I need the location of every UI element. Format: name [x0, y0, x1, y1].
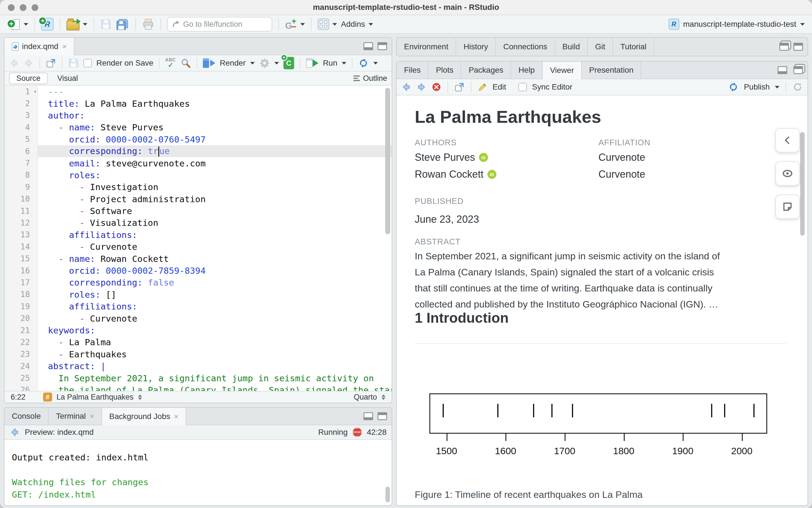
open-dropdown-icon[interactable]	[83, 23, 87, 26]
maximize-pane-icon[interactable]	[794, 43, 803, 51]
run-icon[interactable]	[306, 58, 318, 68]
popout-icon[interactable]	[454, 82, 465, 92]
rerun-dropdown-icon[interactable]	[373, 62, 378, 65]
zoom-window-button[interactable]	[32, 4, 38, 11]
close-icon[interactable]: ×	[62, 42, 67, 51]
line-number[interactable]: 12	[4, 217, 38, 229]
editor-scrollbar[interactable]	[385, 88, 390, 234]
close-window-button[interactable]	[8, 4, 15, 11]
viewer-scrollbar[interactable]	[800, 132, 805, 236]
tab-packages[interactable]: Packages	[461, 62, 511, 79]
publish-label[interactable]: Publish	[744, 83, 770, 91]
render-icon[interactable]	[203, 58, 215, 68]
minimize-pane-icon[interactable]	[778, 66, 787, 74]
clear-viewer-icon[interactable]	[432, 82, 441, 92]
line-number[interactable]: 17	[4, 277, 38, 288]
save-button[interactable]	[100, 18, 112, 30]
tab-visual[interactable]: Visual	[50, 73, 85, 84]
git-dropdown-icon[interactable]	[300, 23, 305, 26]
tab-viewer[interactable]: Viewer	[543, 62, 582, 79]
refresh-icon[interactable]	[792, 82, 803, 92]
maximize-pane-icon[interactable]	[377, 412, 387, 420]
line-number[interactable]: 2	[4, 97, 38, 109]
line-number[interactable]: 13	[4, 229, 38, 241]
line-number[interactable]: 16	[4, 265, 38, 277]
forward-icon[interactable]	[416, 82, 427, 92]
spellcheck-icon[interactable]: ABC✓	[165, 58, 176, 69]
back-icon[interactable]	[401, 82, 411, 92]
tab-terminal[interactable]: Terminal×	[49, 408, 102, 425]
goto-file-input[interactable]	[183, 20, 265, 29]
panes-dropdown-icon[interactable]	[332, 23, 337, 26]
publish-icon[interactable]	[728, 82, 739, 92]
maximize-pane-icon[interactable]	[377, 42, 387, 50]
line-number[interactable]: 1▾	[4, 86, 38, 97]
run-label[interactable]: Run	[323, 58, 337, 68]
tab-console[interactable]: Console	[4, 408, 49, 425]
new-file-button[interactable]: +	[7, 17, 28, 31]
line-number[interactable]: 23	[4, 348, 38, 360]
new-file-dropdown-icon[interactable]	[24, 23, 28, 26]
section-updown-icon[interactable]	[138, 394, 142, 400]
print-button[interactable]	[142, 18, 154, 31]
project-selector[interactable]: R manuscript-template-rstudio-test	[668, 18, 805, 30]
line-number[interactable]: 18	[4, 289, 38, 300]
tab-git[interactable]: Git	[588, 38, 613, 56]
sync-editor-checkbox[interactable]	[518, 83, 527, 91]
line-number[interactable]: 10	[4, 193, 38, 205]
line-number[interactable]: 7	[4, 157, 38, 169]
line-number[interactable]: 14	[4, 241, 38, 253]
tab-environment[interactable]: Environment	[397, 38, 456, 56]
tab-presentation[interactable]: Presentation	[582, 62, 641, 79]
close-icon[interactable]: ×	[174, 412, 178, 421]
orcid-icon[interactable]: iD	[487, 170, 496, 179]
minimize-pane-icon[interactable]	[363, 412, 373, 420]
line-number[interactable]: 8	[4, 169, 38, 181]
popout-icon[interactable]	[46, 58, 56, 69]
tab-source[interactable]: Source	[9, 73, 48, 84]
line-number[interactable]: 9	[4, 181, 38, 193]
search-icon[interactable]	[180, 58, 191, 69]
render-label[interactable]: Render	[220, 58, 246, 68]
render-dropdown-icon[interactable]	[250, 62, 255, 65]
filetype-updown-icon[interactable]	[381, 394, 385, 400]
run-dropdown-icon[interactable]	[342, 62, 346, 65]
code-editor[interactable]: 1▾---2title: La Palma Earthquakes3author…	[4, 86, 392, 392]
version-control-button[interactable]: G+−	[285, 17, 305, 31]
close-icon[interactable]: ×	[90, 412, 94, 421]
outline-button[interactable]: Outline	[353, 74, 387, 83]
tab-build[interactable]: Build	[555, 38, 588, 56]
line-number[interactable]: 3	[4, 110, 38, 121]
tab-index-qmd[interactable]: index.qmd×	[4, 38, 74, 55]
forward-icon[interactable]	[24, 58, 34, 68]
section-selector[interactable]: La Palma Earthquakes	[56, 393, 133, 401]
rerun-icon[interactable]	[358, 58, 369, 69]
line-number[interactable]: 19	[4, 300, 38, 312]
line-number[interactable]: 24	[4, 360, 38, 372]
open-file-button[interactable]	[67, 18, 87, 31]
edit-pencil-icon[interactable]	[478, 82, 487, 92]
orcid-icon[interactable]: iD	[479, 153, 488, 162]
restore-pane-icon[interactable]	[779, 43, 789, 51]
tab-history[interactable]: History	[456, 38, 496, 56]
tab-background-jobs[interactable]: Background Jobs×	[102, 408, 187, 425]
annotation-button[interactable]	[775, 195, 800, 219]
console-scrollbar[interactable]	[385, 486, 390, 502]
restore-pane-icon[interactable]	[794, 66, 803, 74]
workspace-panes-button[interactable]	[318, 18, 337, 30]
tab-help[interactable]: Help	[511, 62, 543, 79]
back-icon[interactable]	[9, 58, 19, 68]
line-number[interactable]: 6	[4, 145, 38, 157]
insert-chunk-icon[interactable]: +C	[283, 57, 294, 69]
collapse-panel-button[interactable]	[775, 128, 800, 152]
line-number[interactable]: 25	[4, 372, 38, 384]
new-project-button[interactable]: +R	[41, 18, 53, 31]
minimize-pane-icon[interactable]	[363, 42, 373, 50]
line-number[interactable]: 20	[4, 312, 38, 324]
line-number[interactable]: 21	[4, 325, 38, 336]
visibility-button[interactable]	[775, 161, 800, 185]
line-number[interactable]: 15	[4, 253, 38, 264]
fold-arrow-icon[interactable]: ▾	[34, 89, 37, 94]
tab-tutorial[interactable]: Tutorial	[613, 38, 654, 56]
stop-job-icon[interactable]: STOP	[353, 428, 362, 437]
